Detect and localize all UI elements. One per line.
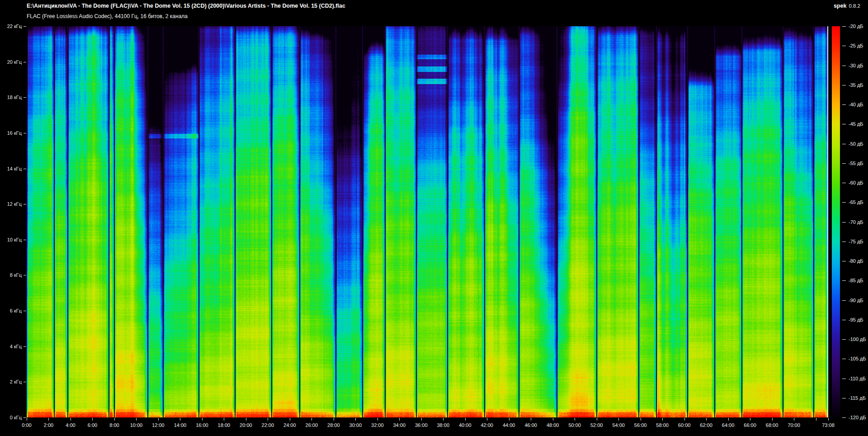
freq-tick — [24, 417, 26, 418]
spectrogram-canvas — [27, 26, 828, 417]
freq-label: 10 кГц — [0, 237, 22, 243]
time-tick — [246, 418, 246, 421]
time-tick — [377, 418, 378, 421]
time-tick — [114, 418, 115, 421]
db-tick — [842, 163, 846, 164]
db-tick — [842, 26, 846, 27]
freq-label: 6 кГц — [0, 308, 22, 314]
db-tick — [842, 124, 846, 124]
time-tick — [487, 418, 487, 421]
time-label: 70:00 — [779, 422, 808, 428]
db-tick — [842, 144, 846, 144]
audio-format-info: FLAC (Free Lossless Audio Codec), 44100 … — [27, 13, 188, 19]
freq-tick — [24, 311, 26, 311]
time-tick — [268, 418, 268, 421]
time-tick — [290, 418, 290, 421]
time-tick — [311, 418, 312, 421]
db-label: -95 дБ — [849, 317, 863, 323]
freq-label: 8 кГц — [0, 272, 22, 278]
time-tick — [421, 418, 422, 421]
db-tick — [842, 300, 846, 301]
app-name: spek — [834, 3, 847, 9]
freq-label: 4 кГц — [0, 344, 22, 350]
time-label: 73:08 — [814, 422, 843, 428]
db-label: -120 дБ — [849, 415, 866, 421]
db-label: -35 дБ — [849, 82, 863, 88]
file-path-title: E:\Антициклон\VA - The Dome (FLAC)\VA - … — [27, 3, 345, 9]
time-tick — [597, 418, 597, 421]
db-tick — [842, 202, 846, 203]
time-tick — [27, 418, 27, 421]
db-tick — [842, 379, 846, 379]
db-tick — [842, 261, 846, 261]
time-tick — [662, 418, 663, 421]
freq-label: 16 кГц — [0, 130, 22, 136]
time-tick — [706, 418, 707, 421]
freq-tick — [24, 382, 26, 382]
db-tick — [842, 280, 846, 281]
time-tick — [828, 418, 829, 421]
db-colorbar — [832, 26, 840, 417]
freq-label: 2 кГц — [0, 379, 22, 385]
freq-label: 14 кГц — [0, 166, 22, 172]
db-label: -55 дБ — [849, 161, 863, 166]
db-tick — [842, 398, 846, 398]
freq-label: 20 кГц — [0, 59, 22, 65]
db-label: -40 дБ — [849, 102, 863, 108]
db-label: -60 дБ — [849, 180, 863, 186]
db-tick — [842, 85, 846, 85]
db-label: -30 дБ — [849, 63, 863, 69]
db-label: -100 дБ — [849, 336, 866, 342]
freq-tick — [24, 62, 26, 62]
app-version: 0.8.2 — [849, 3, 860, 9]
db-label: -80 дБ — [849, 258, 863, 264]
time-tick — [816, 418, 816, 421]
time-tick — [772, 418, 773, 421]
time-tick — [136, 418, 137, 421]
time-tick — [641, 418, 641, 421]
time-tick — [355, 418, 356, 421]
db-tick — [842, 222, 846, 223]
freq-label: 22 кГц — [0, 24, 22, 29]
time-tick — [92, 418, 93, 421]
db-tick — [842, 183, 846, 183]
freq-label: 18 кГц — [0, 95, 22, 100]
time-tick — [509, 418, 509, 421]
freq-label: 12 кГц — [0, 201, 22, 207]
time-tick — [202, 418, 203, 421]
freq-tick — [24, 346, 26, 347]
time-tick — [180, 418, 180, 421]
time-tick — [618, 418, 619, 421]
db-tick — [842, 104, 846, 105]
freq-label: 0 кГц — [0, 415, 22, 421]
time-tick — [728, 418, 729, 421]
db-label: -90 дБ — [849, 298, 863, 303]
freq-tick — [24, 26, 26, 27]
db-tick — [842, 417, 846, 418]
db-tick — [842, 46, 846, 46]
db-tick — [842, 242, 846, 242]
db-label: -50 дБ — [849, 141, 863, 147]
db-label: -110 дБ — [849, 376, 866, 382]
freq-tick — [24, 204, 26, 204]
time-tick — [48, 418, 49, 421]
db-tick — [842, 359, 846, 359]
app-brand: spek0.8.2 — [834, 3, 860, 9]
db-tick — [842, 339, 846, 340]
time-tick — [750, 418, 750, 421]
db-label: -105 дБ — [849, 356, 866, 362]
time-tick — [553, 418, 553, 421]
time-tick — [531, 418, 531, 421]
time-tick — [575, 418, 575, 421]
freq-tick — [24, 133, 26, 133]
time-tick — [465, 418, 466, 421]
db-label: -20 дБ — [849, 24, 863, 29]
db-label: -65 дБ — [849, 199, 863, 205]
db-tick — [842, 320, 846, 320]
time-tick — [334, 418, 334, 421]
freq-tick — [24, 97, 26, 98]
freq-tick — [24, 169, 26, 169]
db-label: -85 дБ — [849, 278, 863, 284]
freq-tick — [24, 275, 26, 275]
time-tick — [684, 418, 685, 421]
